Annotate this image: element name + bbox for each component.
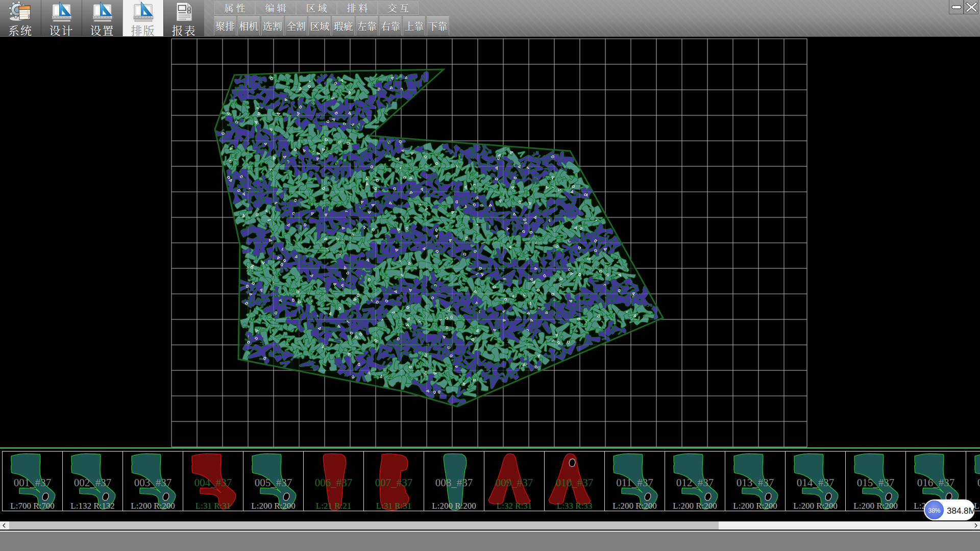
nav-label: 排版 bbox=[123, 22, 163, 38]
part-counts-label: L:200 R:200 bbox=[605, 501, 665, 511]
menu-tabs: 属性编辑区域排料交互 bbox=[214, 1, 419, 15]
usage-percent-badge: 38% bbox=[925, 500, 944, 519]
part-cell-014_#37[interactable]: 014_#37L:200 R:200 bbox=[785, 451, 846, 511]
tool-button-1[interactable]: 聚排 bbox=[214, 16, 236, 36]
menu-tab-1[interactable]: 属性 bbox=[214, 1, 255, 15]
horizontal-scrollbar[interactable] bbox=[0, 521, 980, 530]
part-cell-004_#37[interactable]: 004_#37L:31 R:31 bbox=[183, 451, 243, 511]
app-window: 系统 设计 bbox=[0, 0, 980, 551]
scrollbar-thumb[interactable] bbox=[9, 521, 719, 530]
part-id-label: 003_#37 bbox=[123, 477, 183, 489]
hide-scene bbox=[0, 37, 980, 447]
close-icon bbox=[964, 0, 979, 14]
part-id-label: 017_#37 bbox=[966, 477, 980, 489]
nav-label: 设计 bbox=[41, 22, 82, 38]
tool-button-10[interactable]: 下靠 bbox=[427, 16, 449, 36]
part-id-label: 001_#37 bbox=[3, 477, 62, 489]
tool-buttons: 聚排相机选割全割区域瑕疵左靠右靠上靠下靠 bbox=[214, 16, 450, 36]
minimize-icon bbox=[949, 0, 964, 14]
nav-button-4[interactable]: 排版 bbox=[122, 0, 163, 36]
parts-strip: 001_#37L:700 R:700002_#37L:132 R:132003_… bbox=[2, 451, 980, 511]
set-square-icon bbox=[91, 2, 114, 22]
gear-notebook-icon bbox=[9, 2, 32, 22]
part-id-label: 011_#37 bbox=[605, 477, 665, 489]
set-square-icon bbox=[50, 2, 74, 22]
part-cell-001_#37[interactable]: 001_#37L:700 R:700 bbox=[2, 451, 63, 511]
usage-badge: 38% 384.8M bbox=[924, 499, 975, 520]
menu-tab-3[interactable]: 区域 bbox=[296, 1, 337, 15]
part-cell-012_#37[interactable]: 012_#37L:200 R:200 bbox=[665, 451, 725, 511]
main-nav: 系统 设计 bbox=[0, 0, 204, 36]
scroll-left-arrow[interactable] bbox=[0, 521, 9, 530]
nav-button-5[interactable]: 报表 bbox=[163, 0, 204, 36]
part-cell-010_#37[interactable]: 010_#37L:33 R:33 bbox=[544, 451, 605, 511]
part-counts-label: L:200 R:200 bbox=[725, 501, 785, 511]
part-id-label: 015_#37 bbox=[846, 477, 905, 489]
status-bar bbox=[0, 531, 980, 551]
tool-button-9[interactable]: 上靠 bbox=[403, 16, 425, 36]
part-id-label: 008_#37 bbox=[424, 477, 484, 489]
report-document-icon bbox=[173, 2, 196, 22]
part-id-label: 002_#37 bbox=[63, 477, 122, 489]
scroll-right-arrow[interactable] bbox=[971, 521, 980, 530]
nav-button-1[interactable]: 系统 bbox=[0, 0, 41, 36]
part-counts-label: L:132 R:132 bbox=[63, 501, 122, 511]
tool-button-5[interactable]: 区域 bbox=[308, 16, 331, 36]
tool-button-6[interactable]: 瑕疵 bbox=[332, 16, 354, 36]
part-id-label: 004_#37 bbox=[183, 477, 243, 489]
part-id-label: 014_#37 bbox=[786, 477, 845, 489]
part-id-label: 007_#37 bbox=[364, 477, 424, 489]
window-controls bbox=[949, 0, 978, 14]
part-cell-005_#37[interactable]: 005_#37L:200 R:200 bbox=[243, 451, 304, 511]
part-id-label: 006_#37 bbox=[304, 477, 363, 489]
part-counts-label: L:21 R:21 bbox=[304, 501, 363, 511]
part-id-label: 013_#37 bbox=[725, 477, 785, 489]
part-cell-013_#37[interactable]: 013_#37L:200 R:200 bbox=[725, 451, 786, 511]
tool-button-4[interactable]: 全割 bbox=[285, 16, 307, 36]
set-square-icon bbox=[132, 2, 155, 22]
part-counts-label: L:31 R:31 bbox=[364, 501, 424, 511]
nesting-canvas[interactable] bbox=[0, 37, 980, 447]
memory-label: 384.8M bbox=[947, 499, 976, 520]
part-counts-label: L:32 R:31 bbox=[484, 501, 544, 511]
chevron-left-icon bbox=[0, 521, 9, 530]
part-id-label: 012_#37 bbox=[665, 477, 725, 489]
part-cell-011_#37[interactable]: 011_#37L:200 R:200 bbox=[604, 451, 665, 511]
part-cell-007_#37[interactable]: 007_#37L:31 R:31 bbox=[363, 451, 424, 511]
part-id-label: 010_#37 bbox=[545, 477, 604, 489]
nav-label: 报表 bbox=[164, 22, 204, 38]
nav-button-2[interactable]: 设计 bbox=[41, 0, 82, 36]
part-cell-015_#37[interactable]: 015_#37L:200 R:200 bbox=[845, 451, 906, 511]
part-id-label: 009_#37 bbox=[484, 477, 544, 489]
strip-separator bbox=[0, 447, 980, 448]
part-counts-label: L:200 R:200 bbox=[786, 501, 845, 511]
part-id-label: 016_#37 bbox=[906, 477, 966, 489]
part-counts-label: L:200 R:200 bbox=[665, 501, 725, 511]
part-counts-label: L:200 R:200 bbox=[243, 501, 303, 511]
part-cell-006_#37[interactable]: 006_#37L:21 R:21 bbox=[303, 451, 364, 511]
menu-tab-4[interactable]: 排料 bbox=[337, 1, 378, 15]
minimize-button[interactable] bbox=[949, 0, 964, 14]
menu-tab-5[interactable]: 交互 bbox=[378, 1, 419, 15]
close-button[interactable] bbox=[964, 0, 978, 14]
tool-button-8[interactable]: 右靠 bbox=[379, 16, 402, 36]
part-counts-label: L:31 R:31 bbox=[183, 501, 243, 511]
part-counts-label: L:700 R:700 bbox=[3, 501, 62, 511]
tool-button-2[interactable]: 相机 bbox=[237, 16, 260, 36]
top-toolbar: 系统 设计 bbox=[0, 0, 980, 37]
chevron-right-icon bbox=[971, 521, 980, 530]
part-counts-label: L:200 R:200 bbox=[846, 501, 905, 511]
menu-tab-2[interactable]: 编辑 bbox=[255, 1, 296, 15]
tool-button-7[interactable]: 左靠 bbox=[356, 16, 378, 36]
part-cell-002_#37[interactable]: 002_#37L:132 R:132 bbox=[62, 451, 123, 511]
part-counts-label: L:200 R:200 bbox=[123, 501, 183, 511]
nav-label: 系统 bbox=[0, 22, 41, 38]
tool-button-3[interactable]: 选割 bbox=[261, 16, 284, 36]
nav-button-3[interactable]: 设置 bbox=[82, 0, 122, 36]
part-cell-003_#37[interactable]: 003_#37L:200 R:200 bbox=[122, 451, 183, 511]
part-cell-008_#37[interactable]: 008_#37L:200 R:200 bbox=[424, 451, 484, 511]
part-counts-label: L:33 R:33 bbox=[545, 501, 604, 511]
part-id-label: 005_#37 bbox=[243, 477, 303, 489]
part-cell-009_#37[interactable]: 009_#37L:32 R:31 bbox=[484, 451, 545, 511]
nav-label: 设置 bbox=[82, 22, 122, 38]
